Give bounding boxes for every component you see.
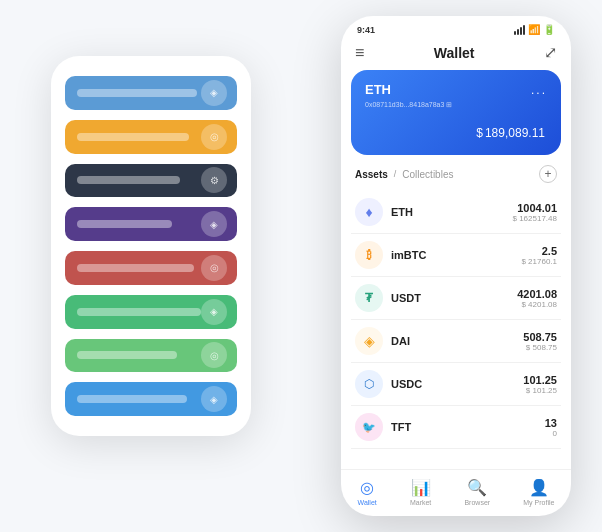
bg-strip-label-1 <box>77 133 189 141</box>
bg-strip-3[interactable]: ◈ <box>65 207 237 241</box>
amount-value: 189,089.11 <box>485 126 545 140</box>
usdt-amounts: 4201.08 $ 4201.08 <box>517 288 557 309</box>
nav-market-icon: 📊 <box>411 478 431 497</box>
bg-strip-4[interactable]: ◎ <box>65 251 237 285</box>
tft-amounts: 13 0 <box>545 417 557 438</box>
bg-strip-label-3 <box>77 220 172 228</box>
usdt-token-name: USDT <box>391 292 517 304</box>
eth-token-name: ETH <box>391 206 513 218</box>
nav-market-label: Market <box>410 499 431 506</box>
dai-primary-amount: 508.75 <box>523 331 557 343</box>
nav-profile[interactable]: 👤 My Profile <box>523 478 554 506</box>
imbtc-primary-amount: 2.5 <box>521 245 557 257</box>
bg-strip-label-5 <box>77 308 201 316</box>
nav-wallet[interactable]: ◎ Wallet <box>358 478 377 506</box>
nav-market[interactable]: 📊 Market <box>410 478 431 506</box>
eth-card[interactable]: ETH ... 0x08711d3b...8418a78a3 ⊞ $189,08… <box>351 70 561 155</box>
usdc-primary-amount: 101.25 <box>523 374 557 386</box>
usdt-primary-amount: 4201.08 <box>517 288 557 300</box>
tft-secondary-amount: 0 <box>545 429 557 438</box>
signal-icon <box>514 25 525 35</box>
assets-tabs: Assets / Collectibles <box>355 169 453 180</box>
battery-icon: 🔋 <box>543 24 555 35</box>
bg-strip-label-0 <box>77 89 197 97</box>
eth-card-header: ETH ... <box>365 82 547 97</box>
assets-header: Assets / Collectibles + <box>341 165 571 191</box>
tab-collectibles[interactable]: Collectibles <box>402 169 453 180</box>
eth-amounts: 1004.01 $ 162517.48 <box>513 202 558 223</box>
imbtc-amounts: 2.5 $ 21760.1 <box>521 245 557 266</box>
bg-strip-2[interactable]: ⚙ <box>65 164 237 198</box>
usdc-token-icon: ⬡ <box>355 370 383 398</box>
phone-front: 9:41 📶 🔋 ≡ Wallet ⤢ ETH ... <box>341 16 571 516</box>
nav-browser-icon: 🔍 <box>467 478 487 497</box>
asset-item-imbtc[interactable]: ₿ imBTC 2.5 $ 21760.1 <box>351 234 561 277</box>
dai-secondary-amount: $ 508.75 <box>523 343 557 352</box>
nav-profile-icon: 👤 <box>529 478 549 497</box>
bg-strip-label-4 <box>77 264 194 272</box>
purple-icon: ◈ <box>201 211 227 237</box>
expand-icon[interactable]: ⤢ <box>544 43 557 62</box>
dai-amounts: 508.75 $ 508.75 <box>523 331 557 352</box>
bg-strip-5[interactable]: ◈ <box>65 295 237 329</box>
usdc-secondary-amount: $ 101.25 <box>523 386 557 395</box>
bg-strip-label-2 <box>77 176 180 184</box>
imbtc-token-name: imBTC <box>391 249 521 261</box>
scene: ◈◎⚙◈◎◈◎◈ 9:41 📶 🔋 ≡ Wallet ⤢ <box>21 16 581 516</box>
bg-strip-7[interactable]: ◈ <box>65 382 237 416</box>
status-bar: 9:41 📶 🔋 <box>341 16 571 39</box>
usdt-secondary-amount: $ 4201.08 <box>517 300 557 309</box>
btc-icon: ◎ <box>201 124 227 150</box>
blue-icon: ◈ <box>201 386 227 412</box>
nav-bar: ◎ Wallet 📊 Market 🔍 Browser 👤 My Profile <box>341 469 571 516</box>
wifi-icon: 📶 <box>528 24 540 35</box>
bg-strip-6[interactable]: ◎ <box>65 339 237 373</box>
tab-assets[interactable]: Assets <box>355 169 388 180</box>
page-title: Wallet <box>434 45 475 61</box>
eth-card-address: 0x08711d3b...8418a78a3 ⊞ <box>365 101 547 109</box>
imbtc-secondary-amount: $ 21760.1 <box>521 257 557 266</box>
nav-profile-label: My Profile <box>523 499 554 506</box>
asset-item-tft[interactable]: 🐦 TFT 13 0 <box>351 406 561 449</box>
phone-background: ◈◎⚙◈◎◈◎◈ <box>51 56 251 436</box>
asset-item-usdt[interactable]: ₮ USDT 4201.08 $ 4201.08 <box>351 277 561 320</box>
tft-token-name: TFT <box>391 421 545 433</box>
asset-item-dai[interactable]: ◈ DAI 508.75 $ 508.75 <box>351 320 561 363</box>
bg-strip-1[interactable]: ◎ <box>65 120 237 154</box>
eth-card-menu-icon[interactable]: ... <box>531 83 547 97</box>
bg-strip-label-7 <box>77 395 187 403</box>
nav-browser[interactable]: 🔍 Browser <box>464 478 490 506</box>
tab-separator: / <box>394 169 397 179</box>
ltgreen-icon: ◎ <box>201 342 227 368</box>
phone-header: ≡ Wallet ⤢ <box>341 39 571 70</box>
dai-token-name: DAI <box>391 335 523 347</box>
currency-symbol: $ <box>476 126 483 140</box>
dark-icon: ⚙ <box>201 167 227 193</box>
time-display: 9:41 <box>357 25 375 35</box>
eth-secondary-amount: $ 162517.48 <box>513 214 558 223</box>
green-icon: ◈ <box>201 299 227 325</box>
eth-card-amount: $189,089.11 <box>365 117 547 143</box>
usdc-amounts: 101.25 $ 101.25 <box>523 374 557 395</box>
usdt-token-icon: ₮ <box>355 284 383 312</box>
red-icon: ◎ <box>201 255 227 281</box>
tft-primary-amount: 13 <box>545 417 557 429</box>
add-asset-button[interactable]: + <box>539 165 557 183</box>
tft-token-icon: 🐦 <box>355 413 383 441</box>
eth-token-icon: ♦ <box>355 198 383 226</box>
nav-wallet-label: Wallet <box>358 499 377 506</box>
asset-list: ♦ ETH 1004.01 $ 162517.48 ₿ imBTC 2.5 $ … <box>341 191 571 465</box>
status-icons: 📶 🔋 <box>514 24 555 35</box>
bg-strip-label-6 <box>77 351 177 359</box>
menu-icon[interactable]: ≡ <box>355 44 364 62</box>
imbtc-token-icon: ₿ <box>355 241 383 269</box>
dai-token-icon: ◈ <box>355 327 383 355</box>
nav-browser-label: Browser <box>464 499 490 506</box>
bg-strip-0[interactable]: ◈ <box>65 76 237 110</box>
eth-card-coin: ETH <box>365 82 391 97</box>
usdc-token-name: USDC <box>391 378 523 390</box>
eth-primary-amount: 1004.01 <box>513 202 558 214</box>
eth-icon: ◈ <box>201 80 227 106</box>
asset-item-usdc[interactable]: ⬡ USDC 101.25 $ 101.25 <box>351 363 561 406</box>
asset-item-eth[interactable]: ♦ ETH 1004.01 $ 162517.48 <box>351 191 561 234</box>
